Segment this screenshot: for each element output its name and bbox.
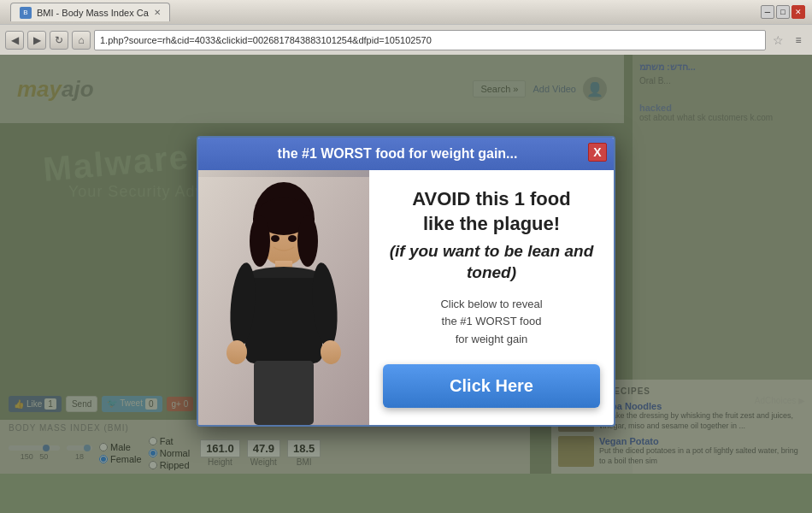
- tab-title: BMI - Body Mass Index Ca: [37, 8, 149, 18]
- forward-button[interactable]: ▶: [27, 31, 46, 50]
- maximize-button[interactable]: □: [776, 5, 790, 19]
- tab-favicon: B: [20, 7, 32, 19]
- modal-description: Click below to reveal the #1 WORST food …: [383, 296, 600, 349]
- svg-rect-13: [254, 361, 314, 425]
- window-controls: ─ □ ✕: [761, 5, 805, 19]
- svg-point-15: [288, 235, 297, 242]
- modal-text-area: AVOID this 1 food like the plague! (if y…: [369, 170, 614, 425]
- woman-illustration: [198, 177, 369, 425]
- nav-bar: ◀ ▶ ↻ ⌂ 1.php?source=rh&cid=4033&clickid…: [0, 24, 812, 55]
- modal-subheadline: (if you want to be lean and toned): [383, 241, 600, 283]
- popup-modal: the #1 WORST food for weight gain... X: [197, 136, 615, 427]
- page-content: mayajo Search » Add Video 👤 Malware Tips…: [0, 55, 812, 474]
- modal-image: [198, 170, 369, 425]
- modal-body: AVOID this 1 food like the plague! (if y…: [198, 170, 614, 425]
- minimize-button[interactable]: ─: [761, 5, 774, 19]
- browser-chrome: B BMI - Body Mass Index Ca ✕ ─ □ ✕ ◀ ▶ ↻…: [0, 0, 812, 55]
- address-bar[interactable]: 1.php?source=rh&cid=4033&clickid=0026817…: [94, 30, 766, 50]
- svg-point-4: [250, 215, 270, 267]
- svg-rect-8: [245, 278, 322, 363]
- title-bar: B BMI - Body Mass Index Ca ✕ ─ □ ✕: [0, 0, 812, 24]
- modal-headline: AVOID this 1 food like the plague!: [383, 187, 600, 236]
- click-here-button[interactable]: Click Here: [383, 364, 600, 408]
- close-button[interactable]: ✕: [791, 5, 805, 19]
- reload-button[interactable]: ↻: [50, 31, 68, 50]
- modal-close-button[interactable]: X: [588, 143, 607, 162]
- address-text: 1.php?source=rh&cid=4033&clickid=0026817…: [100, 35, 432, 45]
- back-button[interactable]: ◀: [5, 31, 24, 50]
- browser-tab[interactable]: B BMI - Body Mass Index Ca ✕: [10, 3, 170, 21]
- svg-point-5: [297, 215, 318, 267]
- modal-overlay: the #1 WORST food for weight gain... X: [0, 55, 812, 474]
- bookmark-button[interactable]: ☆: [769, 32, 786, 49]
- home-button[interactable]: ⌂: [72, 31, 91, 50]
- svg-point-14: [271, 235, 279, 242]
- modal-header-text: the #1 WORST food for weight gain...: [278, 146, 518, 161]
- browser-menu-button[interactable]: ≡: [790, 32, 807, 49]
- tab-close-btn[interactable]: ✕: [154, 8, 161, 17]
- modal-header: the #1 WORST food for weight gain... X: [198, 138, 614, 170]
